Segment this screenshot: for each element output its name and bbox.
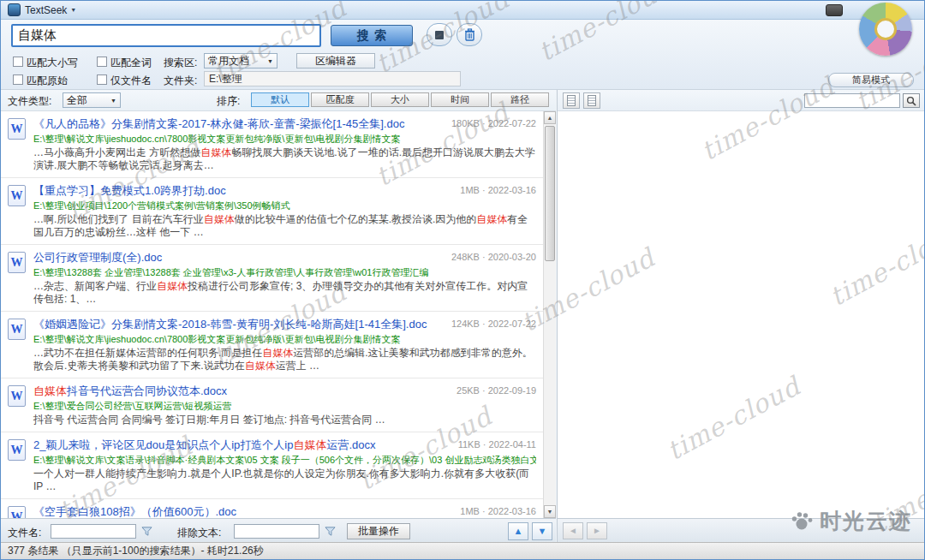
match-case-checkbox[interactable] — [13, 57, 23, 67]
result-size-date: 1MB · 2022-03-16 — [460, 506, 536, 516]
funnel-icon — [141, 526, 152, 537]
result-title-link[interactable]: 《空手套白狼108招》（价值600元）.doc — [33, 504, 435, 518]
clear-results-button[interactable] — [457, 23, 482, 46]
simple-mode-button[interactable]: 简易模式 — [828, 73, 914, 87]
scrollbar-thumb[interactable] — [545, 126, 555, 261]
search-header: 搜索 匹配大小写 匹配全词 匹配原始 仅文件名 搜索区: 常用文档 ▼ 区 — [1, 20, 924, 90]
match-whole-word-checkbox[interactable] — [97, 57, 107, 67]
file-type-dropdown[interactable]: 全部 ▼ — [63, 92, 121, 108]
magnifier-icon — [906, 96, 916, 106]
results-toolbar: 文件类型: 全部 ▼ 排序: 默认匹配度大小时间路径 — [1, 90, 556, 110]
sort-button-path[interactable]: 路径 — [491, 92, 549, 107]
result-title-link[interactable]: 《凡人的品格》分集剧情文案-2017-林永健-蒋欣-童蕾-梁振伦[1-45全集]… — [33, 116, 435, 131]
move-down-button[interactable]: ▼ — [532, 522, 552, 540]
result-size-date: 180KB · 2022-07-22 — [451, 118, 536, 128]
preview-panel: ◄ ► — [557, 90, 924, 542]
match-case-label[interactable]: 匹配大小写 — [27, 56, 78, 70]
preview-nav-bar: ◄ ► — [558, 518, 924, 542]
search-zone-dropdown[interactable]: 常用文档 ▼ — [204, 53, 278, 69]
exclude-text-label: 排除文本: — [177, 526, 221, 540]
word-document-icon: W — [8, 252, 26, 273]
result-size-date: 11KB · 2022-04-11 — [458, 439, 536, 450]
search-zone-wheel[interactable] — [859, 3, 912, 56]
word-document-icon: W — [8, 185, 26, 206]
exclude-filter-button[interactable] — [323, 525, 337, 538]
trash-icon — [464, 28, 475, 41]
status-text: 377 条结果 （只显示前1-100的搜索结果）- 耗时21.26秒 — [8, 544, 264, 558]
result-row[interactable]: W25KB · 2022-09-19自媒体抖音号代运营合同协议范本.docxE:… — [1, 378, 543, 432]
result-title-link[interactable]: 【重点学习】免费模式1.0跨界打劫.doc — [33, 183, 435, 198]
preview-search-button[interactable] — [903, 93, 920, 108]
result-row[interactable]: W1MB · 2022-03-16【重点学习】免费模式1.0跨界打劫.docE:… — [1, 178, 543, 245]
textseek-window: TextSeek ▼ 搜索 匹配大小写 匹配全词 匹配原始 仅文件名 — [0, 0, 925, 560]
search-input[interactable] — [11, 24, 321, 47]
next-match-button[interactable]: ► — [587, 522, 607, 539]
result-title-link[interactable]: 《婚姻遇险记》分集剧情文案-2018-韩雪-黄宥明-刘长纯-哈斯高娃[1-41全… — [33, 317, 435, 331]
result-row[interactable]: W248KB · 2020-03-20公司行政管理制度(全).docE:\整理\… — [1, 245, 543, 312]
search-zone-label: 搜索区: — [164, 56, 197, 70]
prev-match-button[interactable]: ◄ — [563, 522, 583, 539]
zone-editor-button[interactable]: 区编辑器 — [296, 53, 375, 69]
app-logo-icon — [8, 3, 21, 16]
result-title-link[interactable]: 公司行政管理制度(全).doc — [33, 250, 435, 265]
scroll-up-icon[interactable]: ▲ — [544, 111, 556, 124]
result-size-date: 124KB · 2022-07-22 — [451, 319, 536, 329]
result-size-date: 248KB · 2020-03-20 — [451, 252, 536, 262]
app-title: TextSeek — [25, 4, 67, 16]
batch-operation-button[interactable]: 批量操作 — [347, 523, 410, 539]
sort-button-relevance[interactable]: 匹配度 — [311, 92, 369, 107]
folder-path-field[interactable]: E:\整理 — [204, 71, 461, 86]
result-path: E:\整理\解说文库\jieshuodoc.cn\7800影视文案更新包纯净版\… — [33, 333, 536, 345]
filename-only-label[interactable]: 仅文件名 — [110, 74, 152, 88]
match-original-label[interactable]: 匹配原始 — [27, 74, 68, 88]
result-snippet: …杂志、新闻客户端、行业自媒体投稿进行公司形象宣传; 3、办理领导交办的其他有关… — [33, 280, 536, 306]
move-up-button[interactable]: ▲ — [508, 522, 528, 540]
chevron-down-icon: ▼ — [267, 58, 273, 64]
open-file-button[interactable] — [563, 92, 580, 109]
results-scrollbar[interactable]: ▲ ▼ — [543, 111, 556, 518]
result-path: E:\整理\爱合同公司经营\互联网运营\短视频运营 — [33, 400, 536, 412]
filename-filter-label: 文件名: — [8, 526, 41, 540]
result-row[interactable]: W1MB · 2022-03-16《空手套白狼108招》（价值600元）.doc… — [1, 499, 543, 518]
exclude-text-input[interactable] — [234, 524, 319, 539]
result-snippet: …武功不在担任新媒体运营部的任何职务.而是担任自媒体运营部的总编辑.这让美黎和武… — [33, 347, 536, 372]
result-path: E:\整理\13288套 企业管理\13288套 企业管理\x3-人事行政管理\… — [33, 266, 536, 278]
result-title-link[interactable]: 2_颖儿来啦，评论区见dou是知识点个人ip打造个人ip自媒体运营.docx — [33, 438, 435, 452]
chevron-down-icon[interactable]: ▼ — [70, 7, 76, 13]
filter-bar: 文件名: 排除文本: 批量操作 ▲ ▼ — [1, 518, 556, 542]
result-row[interactable]: W124KB · 2022-07-22《婚姻遇险记》分集剧情文案-2018-韩雪… — [1, 312, 543, 378]
filename-filter-input[interactable] — [51, 524, 136, 539]
chevron-down-icon: ▼ — [110, 98, 116, 104]
sort-button-size[interactable]: 大小 — [371, 92, 429, 107]
filename-only-checkbox[interactable] — [97, 74, 107, 85]
scroll-down-icon[interactable]: ▼ — [544, 505, 556, 518]
stop-button[interactable] — [427, 23, 452, 46]
results-area: W180KB · 2022-07-22《凡人的品格》分集剧情文案-2017-林永… — [1, 110, 556, 518]
result-snippet: 一个人对一群人能持续产生影响力.就是个人IP.也就是你的人设定为你朋友.你有多大… — [33, 468, 536, 493]
folder-label: 文件夹: — [164, 74, 197, 88]
sort-button-time[interactable]: 时间 — [431, 92, 489, 107]
minimize-button[interactable] — [826, 4, 843, 16]
open-folder-button[interactable] — [583, 92, 600, 109]
result-snippet: …马小薇高升小麦网出走 方昕然想做自媒体畅聊找展大鹏谈天说地.说了一堆的话.最后… — [33, 146, 536, 172]
document-icon — [588, 95, 596, 106]
document-icon — [567, 95, 576, 106]
search-zone-value: 常用文档 — [208, 54, 249, 69]
preview-toolbar — [558, 90, 924, 111]
filename-filter-button[interactable] — [140, 525, 153, 538]
result-row[interactable]: W11KB · 2022-04-112_颖儿来啦，评论区见dou是知识点个人ip… — [1, 432, 543, 499]
results-panel: 文件类型: 全部 ▼ 排序: 默认匹配度大小时间路径 W180KB · 2022… — [1, 90, 556, 542]
search-button[interactable]: 搜索 — [331, 25, 413, 46]
result-title-link[interactable]: 自媒体抖音号代运营合同协议范本.docx — [33, 384, 435, 398]
sort-button-default[interactable]: 默认 — [251, 92, 309, 107]
match-whole-word-label[interactable]: 匹配全词 — [110, 56, 152, 70]
word-document-icon: W — [8, 506, 26, 518]
result-path: E:\整理\解说文库\jieshuodoc.cn\7800影视文案更新包纯净版\… — [33, 133, 536, 145]
result-row[interactable]: W180KB · 2022-07-22《凡人的品格》分集剧情文案-2017-林永… — [1, 111, 543, 178]
preview-search-input[interactable] — [804, 93, 900, 108]
stop-icon — [435, 31, 444, 39]
word-document-icon: W — [8, 439, 26, 461]
result-path: E:\整理\解说文库\文案语录\抖音脚本·经典剧本文案\05 文案 段子一（50… — [33, 454, 536, 466]
match-original-checkbox[interactable] — [13, 74, 23, 85]
titlebar: TextSeek ▼ — [1, 1, 924, 20]
